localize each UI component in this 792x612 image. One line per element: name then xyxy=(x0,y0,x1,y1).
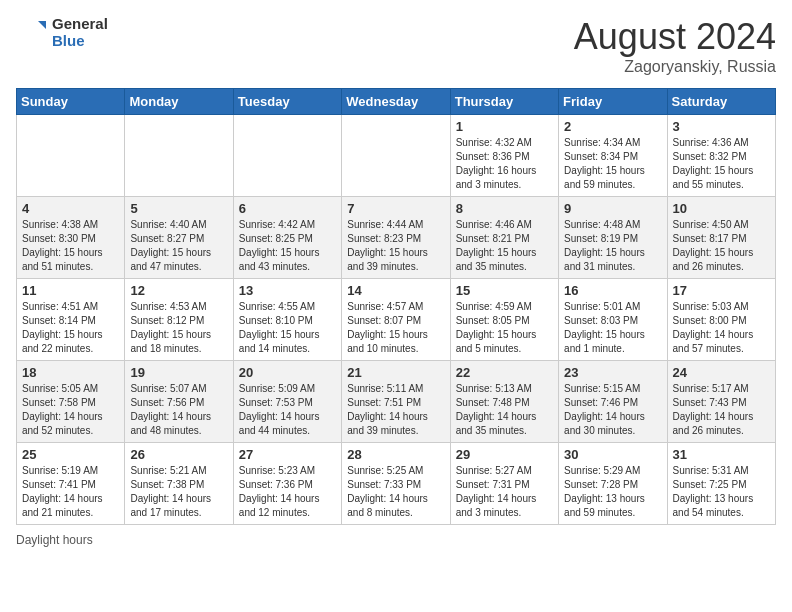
day-number: 25 xyxy=(22,447,119,462)
day-number: 13 xyxy=(239,283,336,298)
calendar-cell: 27Sunrise: 5:23 AM Sunset: 7:36 PM Dayli… xyxy=(233,443,341,525)
col-header-sunday: Sunday xyxy=(17,89,125,115)
calendar-cell: 2Sunrise: 4:34 AM Sunset: 8:34 PM Daylig… xyxy=(559,115,667,197)
calendar-cell: 5Sunrise: 4:40 AM Sunset: 8:27 PM Daylig… xyxy=(125,197,233,279)
calendar-cell: 20Sunrise: 5:09 AM Sunset: 7:53 PM Dayli… xyxy=(233,361,341,443)
day-info: Sunrise: 4:32 AM Sunset: 8:36 PM Dayligh… xyxy=(456,136,553,192)
day-number: 28 xyxy=(347,447,444,462)
calendar-week-3: 11Sunrise: 4:51 AM Sunset: 8:14 PM Dayli… xyxy=(17,279,776,361)
day-info: Sunrise: 4:42 AM Sunset: 8:25 PM Dayligh… xyxy=(239,218,336,274)
day-number: 20 xyxy=(239,365,336,380)
day-number: 4 xyxy=(22,201,119,216)
calendar-cell: 28Sunrise: 5:25 AM Sunset: 7:33 PM Dayli… xyxy=(342,443,450,525)
logo-general: General xyxy=(52,16,108,33)
day-number: 3 xyxy=(673,119,770,134)
calendar-cell: 24Sunrise: 5:17 AM Sunset: 7:43 PM Dayli… xyxy=(667,361,775,443)
day-number: 27 xyxy=(239,447,336,462)
day-info: Sunrise: 5:27 AM Sunset: 7:31 PM Dayligh… xyxy=(456,464,553,520)
day-info: Sunrise: 5:09 AM Sunset: 7:53 PM Dayligh… xyxy=(239,382,336,438)
col-header-monday: Monday xyxy=(125,89,233,115)
calendar-cell: 8Sunrise: 4:46 AM Sunset: 8:21 PM Daylig… xyxy=(450,197,558,279)
calendar-cell: 10Sunrise: 4:50 AM Sunset: 8:17 PM Dayli… xyxy=(667,197,775,279)
day-number: 7 xyxy=(347,201,444,216)
day-number: 6 xyxy=(239,201,336,216)
location-title: Zagoryanskiy, Russia xyxy=(574,58,776,76)
day-info: Sunrise: 4:55 AM Sunset: 8:10 PM Dayligh… xyxy=(239,300,336,356)
day-info: Sunrise: 5:21 AM Sunset: 7:38 PM Dayligh… xyxy=(130,464,227,520)
calendar-table: SundayMondayTuesdayWednesdayThursdayFrid… xyxy=(16,88,776,525)
logo-svg xyxy=(16,17,48,49)
calendar-cell: 30Sunrise: 5:29 AM Sunset: 7:28 PM Dayli… xyxy=(559,443,667,525)
calendar-cell: 9Sunrise: 4:48 AM Sunset: 8:19 PM Daylig… xyxy=(559,197,667,279)
calendar-cell xyxy=(17,115,125,197)
calendar-cell xyxy=(125,115,233,197)
day-number: 14 xyxy=(347,283,444,298)
day-info: Sunrise: 4:44 AM Sunset: 8:23 PM Dayligh… xyxy=(347,218,444,274)
day-info: Sunrise: 4:57 AM Sunset: 8:07 PM Dayligh… xyxy=(347,300,444,356)
day-info: Sunrise: 4:51 AM Sunset: 8:14 PM Dayligh… xyxy=(22,300,119,356)
day-info: Sunrise: 5:01 AM Sunset: 8:03 PM Dayligh… xyxy=(564,300,661,356)
calendar-cell: 19Sunrise: 5:07 AM Sunset: 7:56 PM Dayli… xyxy=(125,361,233,443)
col-header-friday: Friday xyxy=(559,89,667,115)
day-number: 29 xyxy=(456,447,553,462)
col-header-saturday: Saturday xyxy=(667,89,775,115)
calendar-cell: 22Sunrise: 5:13 AM Sunset: 7:48 PM Dayli… xyxy=(450,361,558,443)
day-info: Sunrise: 5:17 AM Sunset: 7:43 PM Dayligh… xyxy=(673,382,770,438)
calendar-cell: 18Sunrise: 5:05 AM Sunset: 7:58 PM Dayli… xyxy=(17,361,125,443)
day-info: Sunrise: 5:19 AM Sunset: 7:41 PM Dayligh… xyxy=(22,464,119,520)
calendar-cell: 14Sunrise: 4:57 AM Sunset: 8:07 PM Dayli… xyxy=(342,279,450,361)
day-info: Sunrise: 4:50 AM Sunset: 8:17 PM Dayligh… xyxy=(673,218,770,274)
day-info: Sunrise: 4:53 AM Sunset: 8:12 PM Dayligh… xyxy=(130,300,227,356)
col-header-thursday: Thursday xyxy=(450,89,558,115)
day-info: Sunrise: 5:29 AM Sunset: 7:28 PM Dayligh… xyxy=(564,464,661,520)
calendar-week-2: 4Sunrise: 4:38 AM Sunset: 8:30 PM Daylig… xyxy=(17,197,776,279)
calendar-cell: 17Sunrise: 5:03 AM Sunset: 8:00 PM Dayli… xyxy=(667,279,775,361)
day-number: 2 xyxy=(564,119,661,134)
day-number: 10 xyxy=(673,201,770,216)
day-info: Sunrise: 5:11 AM Sunset: 7:51 PM Dayligh… xyxy=(347,382,444,438)
day-info: Sunrise: 4:40 AM Sunset: 8:27 PM Dayligh… xyxy=(130,218,227,274)
calendar-cell: 7Sunrise: 4:44 AM Sunset: 8:23 PM Daylig… xyxy=(342,197,450,279)
calendar-cell: 31Sunrise: 5:31 AM Sunset: 7:25 PM Dayli… xyxy=(667,443,775,525)
day-info: Sunrise: 4:46 AM Sunset: 8:21 PM Dayligh… xyxy=(456,218,553,274)
calendar-cell: 23Sunrise: 5:15 AM Sunset: 7:46 PM Dayli… xyxy=(559,361,667,443)
day-number: 9 xyxy=(564,201,661,216)
calendar-header-row: SundayMondayTuesdayWednesdayThursdayFrid… xyxy=(17,89,776,115)
logo: General Blue xyxy=(16,16,108,49)
calendar-cell: 11Sunrise: 4:51 AM Sunset: 8:14 PM Dayli… xyxy=(17,279,125,361)
day-info: Sunrise: 4:36 AM Sunset: 8:32 PM Dayligh… xyxy=(673,136,770,192)
day-info: Sunrise: 4:59 AM Sunset: 8:05 PM Dayligh… xyxy=(456,300,553,356)
page-header: General Blue August 2024 Zagoryanskiy, R… xyxy=(16,16,776,76)
day-number: 5 xyxy=(130,201,227,216)
day-number: 31 xyxy=(673,447,770,462)
day-number: 12 xyxy=(130,283,227,298)
day-number: 1 xyxy=(456,119,553,134)
col-header-tuesday: Tuesday xyxy=(233,89,341,115)
day-number: 17 xyxy=(673,283,770,298)
day-number: 15 xyxy=(456,283,553,298)
calendar-cell: 21Sunrise: 5:11 AM Sunset: 7:51 PM Dayli… xyxy=(342,361,450,443)
calendar-cell: 4Sunrise: 4:38 AM Sunset: 8:30 PM Daylig… xyxy=(17,197,125,279)
daylight-label: Daylight hours xyxy=(16,533,93,547)
day-number: 24 xyxy=(673,365,770,380)
day-number: 22 xyxy=(456,365,553,380)
day-number: 11 xyxy=(22,283,119,298)
day-info: Sunrise: 5:13 AM Sunset: 7:48 PM Dayligh… xyxy=(456,382,553,438)
calendar-cell: 12Sunrise: 4:53 AM Sunset: 8:12 PM Dayli… xyxy=(125,279,233,361)
day-number: 19 xyxy=(130,365,227,380)
calendar-cell: 15Sunrise: 4:59 AM Sunset: 8:05 PM Dayli… xyxy=(450,279,558,361)
day-info: Sunrise: 5:23 AM Sunset: 7:36 PM Dayligh… xyxy=(239,464,336,520)
calendar-cell: 6Sunrise: 4:42 AM Sunset: 8:25 PM Daylig… xyxy=(233,197,341,279)
day-number: 21 xyxy=(347,365,444,380)
day-number: 8 xyxy=(456,201,553,216)
day-info: Sunrise: 5:31 AM Sunset: 7:25 PM Dayligh… xyxy=(673,464,770,520)
calendar-cell xyxy=(233,115,341,197)
day-number: 18 xyxy=(22,365,119,380)
day-info: Sunrise: 5:03 AM Sunset: 8:00 PM Dayligh… xyxy=(673,300,770,356)
day-info: Sunrise: 5:15 AM Sunset: 7:46 PM Dayligh… xyxy=(564,382,661,438)
footer: Daylight hours xyxy=(16,533,776,547)
calendar-cell: 1Sunrise: 4:32 AM Sunset: 8:36 PM Daylig… xyxy=(450,115,558,197)
calendar-week-5: 25Sunrise: 5:19 AM Sunset: 7:41 PM Dayli… xyxy=(17,443,776,525)
day-info: Sunrise: 4:48 AM Sunset: 8:19 PM Dayligh… xyxy=(564,218,661,274)
day-number: 30 xyxy=(564,447,661,462)
